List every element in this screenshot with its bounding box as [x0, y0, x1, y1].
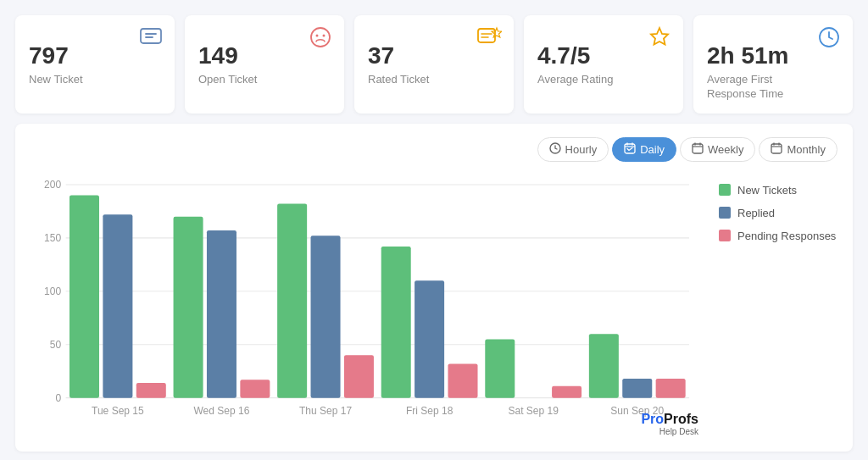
legend-label-replied: Replied [737, 207, 775, 219]
stat-card-rated-ticket: 37Rated Ticket [354, 15, 514, 114]
bar-new_tickets-2 [277, 203, 307, 397]
bar-replied-0 [103, 214, 132, 397]
filter-icon-weekly [692, 142, 704, 157]
stat-card-average-rating: 4.7/5Average Rating [524, 15, 683, 114]
brand-pro: Pro [641, 412, 664, 426]
bar-new_tickets-0 [70, 195, 99, 397]
chart-area: 050100150200Tue Sep 15Wed Sep 16Thu Sep … [31, 175, 837, 438]
legend-item-pending: Pending Responses [719, 230, 837, 242]
response-time-icon [817, 25, 841, 54]
bar-new_tickets-1 [174, 216, 203, 397]
svg-marker-6 [651, 28, 668, 45]
filter-icon-daily [624, 142, 636, 157]
new-ticket-value: 797 [29, 42, 69, 69]
chart-container: 050100150200Tue Sep 15Wed Sep 16Thu Sep … [31, 175, 698, 438]
bar-new_tickets-4 [485, 339, 515, 397]
x-label-0: Tue Sep 15 [92, 405, 144, 417]
brand-sub: Help Desk [641, 427, 698, 436]
svg-text:50: 50 [50, 339, 62, 351]
filter-icon-hourly [549, 142, 561, 157]
svg-text:100: 100 [44, 285, 61, 297]
brand-profs: Profs [664, 412, 698, 426]
bar-pending-5 [656, 379, 686, 398]
bar-replied-3 [415, 280, 444, 397]
svg-text:0: 0 [55, 392, 61, 404]
filter-btn-weekly[interactable]: Weekly [680, 137, 755, 162]
bar-chart: 050100150200Tue Sep 15Wed Sep 16Thu Sep … [31, 175, 698, 435]
svg-rect-9 [625, 144, 635, 153]
legend-label-pending: Pending Responses [737, 230, 836, 242]
response-time-value: 2h 51m [707, 42, 789, 69]
time-filters: HourlyDailyWeeklyMonthly [537, 137, 837, 162]
svg-point-3 [323, 35, 326, 37]
brand-name: ProProfs [641, 412, 698, 426]
stat-card-new-ticket: 797New Ticket [15, 15, 175, 114]
filter-label-monthly: Monthly [787, 143, 826, 156]
rated-ticket-value: 37 [368, 42, 394, 69]
filter-btn-hourly[interactable]: Hourly [537, 137, 609, 162]
stat-card-response-time: 2h 51mAverage First Response Time [693, 15, 853, 114]
bar-pending-4 [552, 386, 581, 398]
legend-label-new_tickets: New Tickets [737, 184, 797, 197]
bar-pending-0 [136, 383, 166, 398]
report-header: HourlyDailyWeeklyMonthly [31, 137, 837, 162]
legend-item-replied: Replied [719, 207, 837, 219]
filter-label-hourly: Hourly [565, 143, 598, 156]
svg-rect-11 [771, 144, 782, 153]
stat-card-open-ticket: 149Open Ticket [185, 15, 344, 114]
bar-new_tickets-5 [589, 334, 619, 398]
open-ticket-value: 149 [198, 42, 238, 69]
svg-text:200: 200 [44, 179, 61, 191]
bar-replied-1 [207, 230, 236, 398]
bar-pending-2 [344, 355, 374, 397]
chart-legend: New TicketsRepliedPending Responses [719, 175, 837, 438]
open-ticket-label: Open Ticket [198, 73, 257, 87]
response-time-label: Average First Response Time [707, 73, 783, 102]
bar-replied-5 [622, 379, 652, 398]
x-label-3: Fri Sep 18 [406, 405, 453, 417]
average-rating-label: Average Rating [537, 73, 613, 87]
filter-btn-daily[interactable]: Daily [612, 137, 676, 162]
summary-report-section: HourlyDailyWeeklyMonthly 050100150200Tue… [15, 124, 853, 452]
bar-new_tickets-3 [381, 247, 411, 398]
svg-point-2 [316, 35, 319, 37]
svg-text:150: 150 [44, 232, 61, 244]
new-ticket-icon [139, 25, 163, 54]
svg-rect-0 [141, 29, 161, 43]
open-ticket-icon [309, 25, 332, 54]
filter-label-daily: Daily [640, 143, 665, 156]
legend-item-new_tickets: New Tickets [719, 184, 837, 197]
filter-btn-monthly[interactable]: Monthly [759, 137, 837, 162]
stats-row: 797New Ticket149Open Ticket37Rated Ticke… [0, 0, 868, 124]
bar-pending-1 [240, 380, 270, 397]
proprofs-brand: ProProfsHelp Desk [641, 412, 698, 436]
x-label-1: Wed Sep 16 [193, 405, 249, 417]
rated-ticket-label: Rated Ticket [368, 73, 429, 87]
filter-label-weekly: Weekly [708, 143, 743, 156]
bar-pending-3 [448, 363, 477, 397]
x-label-2: Thu Sep 17 [299, 405, 352, 417]
svg-rect-10 [693, 144, 703, 153]
bar-replied-2 [311, 236, 341, 397]
legend-color-replied [719, 207, 731, 219]
legend-color-new_tickets [719, 184, 731, 196]
x-label-4: Sat Sep 19 [508, 405, 559, 417]
svg-point-1 [311, 28, 330, 47]
average-rating-icon [648, 25, 671, 54]
filter-icon-monthly [771, 142, 782, 157]
new-ticket-label: New Ticket [29, 73, 83, 87]
legend-color-pending [719, 230, 731, 241]
average-rating-value: 4.7/5 [537, 42, 590, 69]
rated-ticket-icon [476, 25, 502, 54]
